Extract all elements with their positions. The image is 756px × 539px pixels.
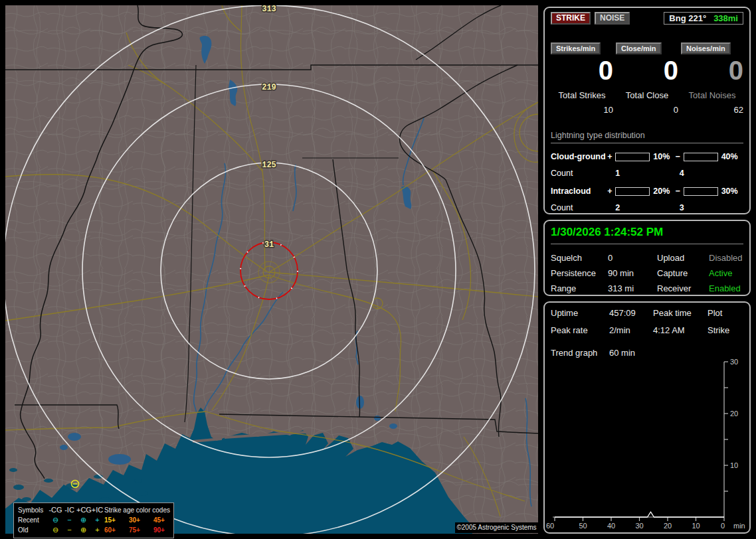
upload-status: Disabled [709, 253, 743, 263]
noise-mode-button[interactable]: NOISE [595, 12, 630, 25]
total-close-value: 0 [616, 105, 678, 115]
old-pos-ic-icon: + [90, 525, 104, 535]
strikes-column: Strikes/min 0 Total Strikes 10 [551, 42, 613, 115]
trend-tick-labels: 30 20 10 60 50 40 30 20 10 0 min [546, 358, 745, 530]
svg-text:0: 0 [721, 522, 725, 530]
upload-label: Upload [657, 253, 709, 263]
age-45: 45+ [153, 515, 176, 525]
age-75: 75+ [129, 525, 153, 535]
pos-cg-count: 1 [615, 169, 679, 178]
total-noises-value: 62 [681, 105, 743, 115]
peak-rate-value: 2/min [609, 325, 653, 335]
neg-cg-bar [684, 153, 718, 161]
neg-ic-count: 3 [680, 203, 743, 212]
legend-neg-cg-header: -CG [48, 505, 62, 515]
legend-age-title: Strike age color codes [104, 505, 176, 515]
neg-cg-count: 4 [680, 169, 743, 178]
trend-graph-label: Trend graph [551, 348, 609, 358]
plus-sign: + [607, 152, 615, 161]
legend-old-label: Old [18, 525, 48, 535]
svg-text:50: 50 [579, 522, 587, 530]
uptime-label: Uptime [551, 308, 609, 318]
range-label: Range [551, 283, 608, 293]
trend-graph-value: 60 min [609, 348, 635, 358]
age-90: 90+ [153, 525, 176, 535]
map-graphic: 313 219 125 31 [5, 5, 538, 534]
peak-time-value: 4:12 AM [653, 325, 708, 335]
trend-x-unit: min [733, 522, 745, 530]
minus-sign: − [676, 187, 684, 196]
symbol-legend: Symbols -CG -IC +CG +IC Strike age color… [13, 502, 174, 538]
pos-cg-pct: 10% [653, 152, 675, 161]
age-30: 30+ [129, 515, 153, 525]
ring-label-125: 125 [262, 161, 276, 170]
bearing-distance: 338mi [713, 13, 738, 23]
ring-label-31: 31 [264, 240, 274, 250]
neg-ic-pct: 30% [721, 187, 743, 196]
age-15: 15+ [104, 515, 129, 525]
svg-text:10: 10 [692, 522, 700, 530]
stats-panel: STRIKE NOISE Bng 221°338mi Strikes/min 0… [543, 7, 751, 214]
close-column: Close/min 0 Total Close 0 [616, 42, 678, 115]
ring-label-313: 313 [262, 5, 276, 14]
noises-column: Noises/min 0 Total Noises 62 [681, 42, 743, 115]
persistence-label: Persistence [551, 268, 608, 278]
peak-rate-label: Peak rate [551, 325, 609, 335]
svg-text:40: 40 [607, 522, 615, 530]
ring-label-219: 219 [262, 83, 276, 92]
pos-ic-bar [615, 187, 650, 196]
peak-time-label: Peak time [653, 308, 708, 318]
bearing-value: Bng 221° [669, 13, 706, 23]
total-strikes-value: 10 [551, 105, 613, 115]
count-label: Count [551, 169, 615, 178]
svg-text:30: 30 [730, 358, 738, 366]
svg-text:10: 10 [730, 461, 738, 469]
neg-ic-bar [684, 187, 718, 196]
total-strikes-label: Total Strikes [551, 90, 613, 100]
old-pos-cg-icon: ⊕ [76, 525, 90, 535]
strikes-per-min-button[interactable]: Strikes/min [551, 42, 601, 54]
squelch-label: Squelch [551, 253, 608, 263]
noises-per-min-value: 0 [681, 57, 743, 84]
legend-pos-cg-header: +CG [76, 505, 90, 515]
capture-status: Active [709, 268, 743, 278]
receiver-status: Enabled [709, 283, 743, 293]
svg-text:20: 20 [664, 522, 672, 530]
cloud-ground-count-row: Count 1 4 [551, 169, 743, 178]
legend-neg-ic-header: -IC [62, 505, 76, 515]
status-panel: 1/30/2026 1:24:52 PM Squelch 0 Upload Di… [543, 220, 751, 296]
pos-ic-pct: 20% [653, 187, 675, 196]
intracloud-label: Intracloud [551, 187, 607, 196]
intracloud-row: Intracloud + 20% − 30% [551, 187, 743, 196]
noises-per-min-button[interactable]: Noises/min [681, 42, 731, 54]
close-per-min-button[interactable]: Close/min [616, 42, 662, 54]
legend-pos-ic-header: +IC [90, 505, 104, 515]
plus-sign: + [607, 187, 615, 196]
squelch-value: 0 [608, 253, 657, 263]
recent-pos-ic-icon: + [90, 515, 104, 525]
uptime-value: 457:09 [609, 308, 653, 318]
neg-cg-pct: 40% [721, 152, 743, 161]
total-noises-label: Total Noises [681, 90, 743, 100]
capture-label: Capture [657, 268, 709, 278]
minus-sign: − [676, 152, 684, 161]
copyright-notice: ©2005 Astrogenic Systems [455, 522, 538, 533]
svg-text:30: 30 [635, 522, 643, 530]
strike-mode-button[interactable]: STRIKE [551, 12, 591, 25]
map-canvas[interactable]: 313 219 125 31 Symbols -CG -IC +CG +IC S… [5, 5, 538, 534]
recent-neg-ic-icon: − [62, 515, 76, 525]
datetime-display: 1/30/2026 1:24:52 PM [551, 224, 743, 244]
old-neg-cg-icon: ⊖ [48, 525, 62, 535]
recent-neg-cg-icon: ⊖ [48, 515, 62, 525]
legend-recent-label: Recent [18, 515, 48, 525]
strikes-per-min-value: 0 [551, 57, 613, 84]
pos-ic-count: 2 [615, 203, 679, 212]
old-neg-ic-icon: − [62, 525, 76, 535]
total-close-label: Total Close [616, 90, 678, 100]
trend-chart: 30 20 10 60 50 40 30 20 10 0 min [545, 358, 749, 532]
range-value: 313 mi [608, 283, 657, 293]
app-window: 313 219 125 31 Symbols -CG -IC +CG +IC S… [0, 0, 756, 539]
cloud-ground-label: Cloud-ground [551, 152, 607, 161]
svg-text:60: 60 [546, 522, 554, 530]
plot-label: Plot [708, 308, 749, 318]
